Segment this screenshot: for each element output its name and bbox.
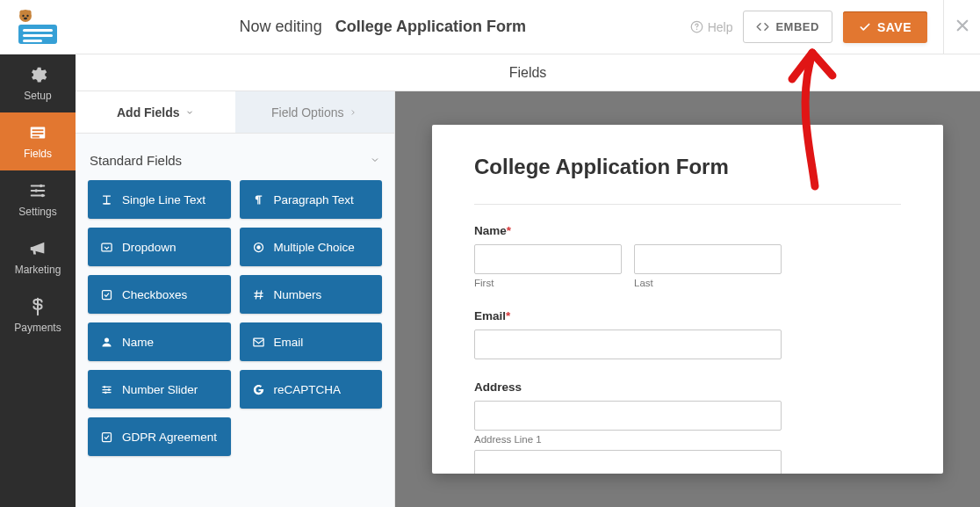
last-name-input[interactable] [634, 244, 782, 274]
leftnav-item-settings[interactable]: Settings [0, 170, 76, 228]
close-builder-button[interactable] [943, 0, 980, 54]
first-name-input[interactable] [474, 244, 622, 274]
field-label: Paragraph Text [274, 193, 354, 206]
tab-add-fields[interactable]: Add Fields [76, 91, 235, 133]
svg-point-26 [108, 388, 111, 391]
field-recaptcha[interactable]: reCAPTCHA [240, 370, 383, 409]
leftnav-item-setup[interactable]: Setup [0, 54, 76, 112]
svg-point-21 [256, 245, 260, 249]
field-dropdown[interactable]: Dropdown [88, 228, 231, 266]
envelope-icon [252, 336, 265, 349]
email-input[interactable] [474, 330, 782, 359]
wpforms-logo-icon [13, 9, 62, 46]
field-gdpr[interactable]: GDPR Agreement [88, 417, 231, 456]
save-button[interactable]: SAVE [843, 11, 927, 43]
preview-field-email[interactable]: Email* [474, 309, 901, 359]
paragraph-icon [252, 193, 265, 206]
field-label: Numbers [274, 288, 322, 301]
field-number-slider[interactable]: Number Slider [88, 370, 231, 409]
svg-rect-3 [23, 40, 42, 42]
fields-icon [28, 123, 47, 142]
help-button[interactable]: Help [690, 20, 733, 34]
field-label: Number Slider [122, 383, 198, 396]
topbar-actions: Help EMBED SAVE [690, 11, 943, 43]
code-icon [756, 20, 769, 33]
sliders-icon [100, 383, 113, 396]
svg-rect-1 [23, 29, 53, 32]
address-line1-input[interactable] [474, 401, 782, 431]
body-area: Setup Fields Settings Marketing Payments… [0, 54, 980, 507]
field-label: Name [122, 336, 154, 349]
embed-button[interactable]: EMBED [743, 11, 832, 43]
svg-rect-28 [103, 432, 112, 441]
panel-title: Fields [76, 54, 980, 91]
leftnav-item-fields[interactable]: Fields [0, 112, 76, 170]
editing-title: Now editing College Application Form [76, 18, 690, 36]
chevron-right-icon [349, 105, 357, 120]
group-standard-fields[interactable]: Standard Fields [88, 134, 382, 180]
topbar: Now editing College Application Form Hel… [0, 0, 980, 54]
field-label: GDPR Agreement [122, 431, 217, 444]
address-line2-input[interactable] [474, 450, 782, 474]
leftnav-item-label: Marketing [15, 264, 61, 276]
dollar-icon [28, 297, 47, 316]
last-name-sublabel: Last [634, 278, 782, 288]
preview-field-address[interactable]: Address Address Line 1 Address Line 2 [474, 380, 901, 474]
svg-point-25 [104, 386, 106, 388]
leftnav-item-label: Settings [18, 206, 56, 218]
tab-field-options[interactable]: Field Options [235, 91, 395, 133]
svg-point-27 [104, 391, 107, 394]
sliders-icon [28, 181, 47, 200]
svg-point-9 [24, 17, 27, 19]
svg-rect-15 [32, 136, 40, 138]
leftnav-item-label: Setup [24, 90, 51, 102]
text-icon [100, 193, 113, 206]
bullhorn-icon [28, 239, 47, 258]
preview-canvas-wrap: College Application Form Name* First La [395, 91, 980, 507]
embed-label: EMBED [775, 20, 818, 33]
chevron-down-icon [370, 153, 380, 168]
field-single-line-text[interactable]: Single Line Text [88, 180, 231, 219]
leftnav-item-payments[interactable]: Payments [0, 286, 76, 344]
svg-point-8 [26, 14, 28, 16]
svg-point-5 [19, 10, 24, 14]
fields-panel: Add Fields Field Options Standard Fields [76, 54, 395, 507]
first-name-sublabel: First [474, 278, 622, 288]
field-multiple-choice[interactable]: Multiple Choice [240, 228, 383, 266]
editing-prefix: Now editing [240, 18, 322, 35]
close-icon [955, 18, 970, 37]
chevron-down-icon [185, 105, 194, 120]
field-label: Dropdown [122, 241, 177, 254]
field-name[interactable]: Name [88, 322, 231, 361]
svg-rect-22 [103, 290, 112, 299]
save-label: SAVE [877, 20, 912, 34]
svg-rect-13 [32, 129, 44, 131]
app-logo [0, 0, 76, 54]
preview-field-name[interactable]: Name* First Last [474, 224, 901, 288]
dropdown-icon [100, 241, 113, 254]
leftnav-item-label: Payments [14, 322, 61, 334]
editing-form-name: College Application Form [335, 18, 526, 35]
form-divider [474, 204, 901, 205]
leftnav-item-marketing[interactable]: Marketing [0, 228, 76, 286]
field-checkboxes[interactable]: Checkboxes [88, 275, 231, 314]
svg-point-6 [26, 10, 31, 14]
check-square-icon [100, 288, 113, 301]
radio-icon [252, 241, 265, 254]
fields-scroll-area[interactable]: Standard Fields Single Line Text Paragra… [76, 134, 394, 507]
svg-rect-19 [102, 243, 112, 251]
user-icon [100, 336, 113, 349]
svg-point-18 [41, 194, 45, 198]
preview-column: College Application Form Name* First La [395, 54, 980, 507]
field-paragraph-text[interactable]: Paragraph Text [240, 180, 383, 219]
svg-point-16 [40, 185, 43, 188]
name-label: Name* [474, 224, 901, 237]
field-label: Checkboxes [122, 288, 187, 301]
field-label: reCAPTCHA [274, 383, 342, 396]
svg-rect-24 [253, 338, 263, 346]
field-numbers[interactable]: Numbers [240, 275, 383, 314]
preview-canvas[interactable]: College Application Form Name* First La [432, 125, 943, 474]
field-grid: Single Line Text Paragraph Text Dropdown… [88, 180, 382, 456]
field-email[interactable]: Email [240, 322, 383, 361]
leftnav-item-label: Fields [24, 148, 52, 160]
